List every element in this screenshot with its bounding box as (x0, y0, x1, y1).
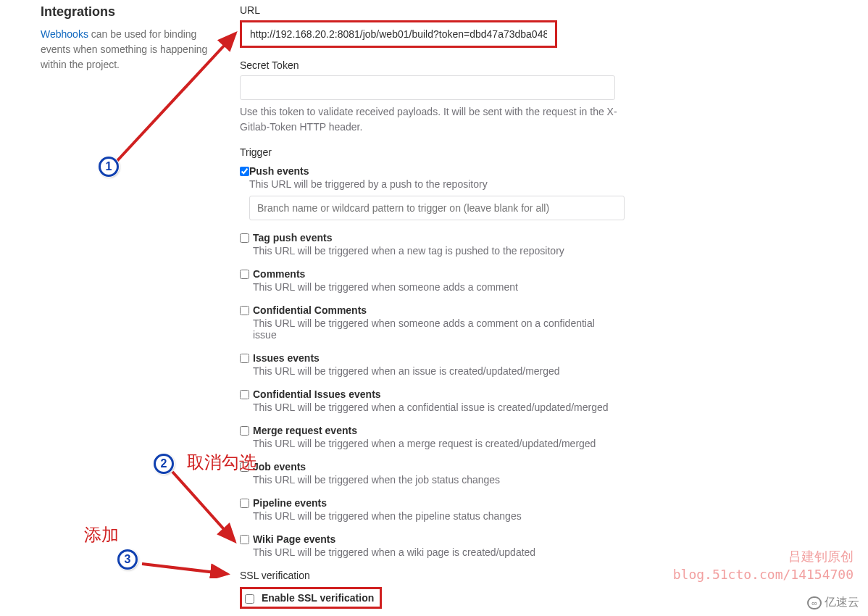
trigger-checkbox-conf_comments[interactable] (240, 306, 249, 315)
sidebar-title: Integrations (41, 4, 225, 20)
trigger-row-merge: Merge request eventsThis URL will be tri… (240, 425, 620, 449)
branch-filter-input[interactable] (249, 196, 625, 220)
trigger-desc-merge: This URL will be triggered when a merge … (253, 438, 620, 449)
url-label: URL (240, 4, 620, 16)
annotation-badge-1: 1 (99, 157, 119, 177)
sidebar-description: Webhooks can be used for binding events … (41, 27, 225, 72)
secret-token-label: Secret Token (240, 59, 620, 71)
trigger-title-job: Job events (253, 461, 620, 473)
trigger-desc-pipeline: This URL will be triggered when the pipe… (253, 510, 620, 522)
trigger-desc-conf_issues: This URL will be triggered when a confid… (253, 401, 620, 413)
trigger-title-push: Push events (249, 165, 625, 177)
trigger-row-comments: CommentsThis URL will be triggered when … (240, 268, 620, 293)
trigger-desc-conf_comments: This URL will be triggered when someone … (253, 317, 620, 341)
trigger-title-merge: Merge request events (253, 425, 620, 436)
trigger-row-conf_comments: Confidential CommentsThis URL will be tr… (240, 304, 620, 341)
trigger-row-tagpush: Tag push eventsThis URL will be triggere… (240, 232, 620, 257)
trigger-row-issues: Issues eventsThis URL will be triggered … (240, 352, 620, 377)
trigger-desc-tagpush: This URL will be triggered when a new ta… (253, 245, 620, 257)
trigger-title-wiki: Wiki Page events (253, 533, 620, 545)
trigger-desc-job: This URL will be triggered when the job … (253, 474, 620, 486)
watermark: 吕建钊原创 blog.51cto.com/14154700 (673, 547, 854, 583)
trigger-row-conf_issues: Confidential Issues eventsThis URL will … (240, 388, 620, 413)
annotation-badge-3: 3 (117, 549, 138, 570)
trigger-desc-comments: This URL will be triggered when someone … (253, 281, 620, 293)
main-form: URL Secret Token Use this token to valid… (240, 4, 620, 616)
trigger-checkbox-wiki[interactable] (240, 535, 249, 544)
trigger-desc-issues: This URL will be triggered when an issue… (253, 365, 620, 377)
annotation-text-2: 取消勾选 (187, 451, 256, 474)
trigger-row-pipeline: Pipeline eventsThis URL will be triggere… (240, 497, 620, 522)
sidebar: Integrations Webhooks can be used for bi… (41, 4, 240, 616)
url-input[interactable] (243, 23, 554, 45)
trigger-checkbox-pipeline[interactable] (240, 499, 249, 508)
secret-token-input[interactable] (240, 75, 615, 100)
trigger-checkbox-comments[interactable] (240, 270, 249, 279)
trigger-row-wiki: Wiki Page eventsThis URL will be trigger… (240, 533, 620, 558)
trigger-title-pipeline: Pipeline events (253, 497, 620, 509)
ssl-section-label: SSL verification (240, 570, 620, 581)
trigger-label: Trigger (240, 146, 620, 158)
trigger-title-tagpush: Tag push events (253, 232, 620, 244)
ssl-highlight-box: Enable SSL verification (240, 587, 382, 609)
secret-token-help: Use this token to validate received payl… (240, 104, 620, 135)
trigger-title-comments: Comments (253, 268, 620, 280)
trigger-title-conf_comments: Confidential Comments (253, 304, 620, 316)
annotation-text-3: 添加 (84, 523, 119, 546)
trigger-checkbox-tagpush[interactable] (240, 233, 249, 243)
trigger-checkbox-conf_issues[interactable] (240, 390, 249, 399)
trigger-desc-push: This URL will be triggered by a push to … (249, 178, 625, 190)
trigger-row-push: Push eventsThis URL will be triggered by… (240, 165, 620, 220)
trigger-checkbox-merge[interactable] (240, 426, 249, 436)
trigger-checkbox-push[interactable] (240, 167, 249, 176)
annotation-badge-2: 2 (154, 454, 174, 474)
trigger-title-conf_issues: Confidential Issues events (253, 388, 620, 400)
trigger-row-job: Job eventsThis URL will be triggered whe… (240, 461, 620, 486)
trigger-checkbox-issues[interactable] (240, 354, 249, 363)
ssl-checkbox[interactable] (245, 594, 254, 604)
trigger-desc-wiki: This URL will be triggered when a wiki p… (253, 546, 620, 558)
trigger-title-issues: Issues events (253, 352, 620, 364)
site-logo: ∞亿速云 (807, 595, 859, 610)
ssl-checkbox-label[interactable]: Enable SSL verification (262, 592, 374, 604)
webhooks-link[interactable]: Webhooks (41, 28, 88, 40)
url-highlight-box (240, 20, 557, 48)
